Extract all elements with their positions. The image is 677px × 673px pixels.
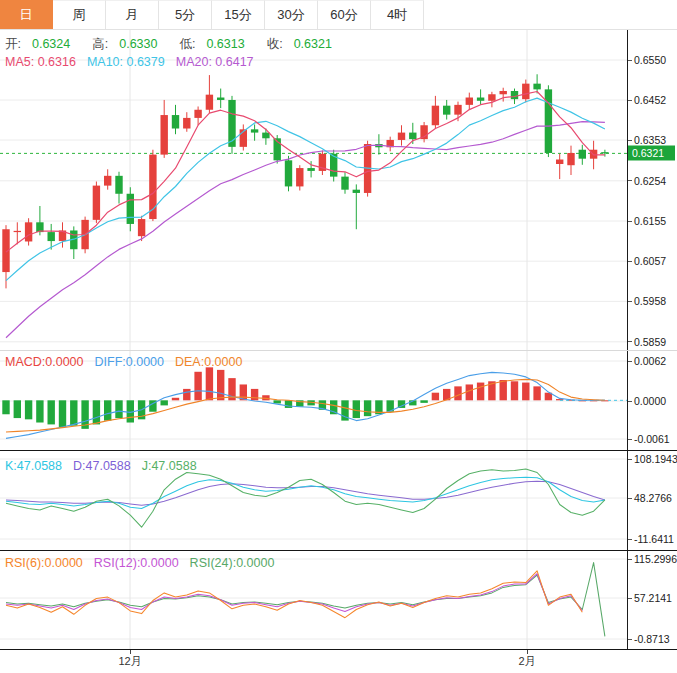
ma5-legend: MA5: 0.6316 [5,55,76,69]
j-legend: J:47.0588 [142,459,197,473]
tab-5分[interactable]: 5分 [159,0,212,29]
axis-tick: -0.0061 [628,433,670,445]
candlestick-chart[interactable] [0,30,627,350]
ohlc-item: 低:0.6313 [179,37,255,51]
ohlc-item: 开:0.6324 [5,37,81,51]
axis-tick: -0.8713 [628,633,670,645]
time-label: 12月 [118,654,141,669]
tab-日[interactable]: 日 [0,0,53,29]
tab-60分[interactable]: 60分 [318,0,371,29]
axis-tick: 115.2996 [628,553,677,565]
ma10-legend: MA10: 0.6379 [87,55,165,69]
macd-legend: MACD:0.0000 [5,355,84,369]
rsi-legend: RSI(6):0.0000RSI(12):0.0000RSI(24):0.000… [5,557,285,570]
time-axis: 12月2月 [0,649,677,673]
axis-tick: 108.1943 [628,453,677,465]
tab-15分[interactable]: 15分 [212,0,265,29]
kdj-legend: K:47.0588D:47.0588J:47.0588 [5,460,208,473]
axis-tick: 0.6452 [628,94,666,106]
ma20-legend: MA20: 0.6417 [176,55,254,69]
main-chart-panel: 开:0.6324高:0.6330低:0.6313收:0.6321 MA5: 0.… [0,30,677,350]
axis-tick: 0.6353 [628,134,666,146]
axis-tick: 57.2141 [628,592,672,604]
time-label: 2月 [518,654,535,669]
axis-tick: 0.6155 [628,215,666,227]
axis-tick: 0.5859 [628,336,666,348]
macd-panel: MACD:0.0000DIFF:0.0000DEA:0.0000 0.00620… [0,350,677,450]
rsi12-legend: RSI(12):0.0000 [94,556,179,570]
rsi-panel: RSI(6):0.0000RSI(12):0.0000RSI(24):0.000… [0,550,677,649]
ohlc-legend: 开:0.6324高:0.6330低:0.6313收:0.6321 [5,38,354,51]
axis-tick: 0.0062 [628,355,666,367]
ohlc-item: 高:0.6330 [92,37,168,51]
tab-bar: 日周月5分15分30分60分4时 [0,0,677,30]
axis-tick: 0.5958 [628,295,666,307]
kdj-axis: 108.194348.2766-11.6411 [627,451,677,550]
ma-legend: MA5: 0.6316MA10: 0.6379MA20: 0.6417 [5,56,265,69]
k-legend: K:47.0588 [5,459,62,473]
axis-tick: -11.6411 [628,533,674,545]
axis-tick: 0.6254 [628,175,666,187]
price-axis: 0.6321 0.65500.64520.63530.62540.61550.6… [627,30,677,350]
dea-legend: DEA:0.0000 [175,355,242,369]
rsi6-legend: RSI(6):0.0000 [5,556,83,570]
macd-legend: MACD:0.0000DIFF:0.0000DEA:0.0000 [5,356,253,369]
d-legend: D:47.0588 [73,459,131,473]
diff-legend: DIFF:0.0000 [95,355,164,369]
ohlc-item: 收:0.6321 [267,37,343,51]
rsi-axis: 115.299657.2141-0.8713 [627,551,677,649]
tab-周[interactable]: 周 [53,0,106,29]
current-price-badge: 0.6321 [628,146,675,161]
tab-4时[interactable]: 4时 [371,0,424,29]
axis-tick: 48.2766 [628,492,672,504]
rsi24-legend: RSI(24):0.0000 [190,556,275,570]
tab-30分[interactable]: 30分 [265,0,318,29]
axis-tick: 0.0000 [628,395,666,407]
axis-tick: 0.6057 [628,255,666,267]
kdj-panel: K:47.0588D:47.0588J:47.0588 108.194348.2… [0,450,677,550]
axis-tick: 0.6550 [628,54,666,66]
tab-月[interactable]: 月 [106,0,159,29]
macd-axis: 0.00620.0000-0.0061 [627,351,677,450]
